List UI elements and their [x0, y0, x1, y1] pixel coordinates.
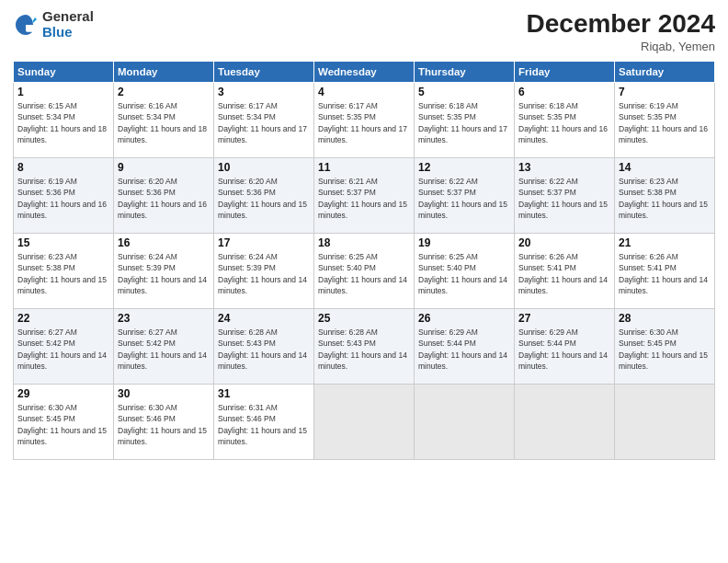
col-wednesday: Wednesday	[314, 62, 415, 83]
day-number: 8	[17, 161, 109, 174]
day-info: Sunrise: 6:29 AMSunset: 5:44 PMDaylight:…	[418, 327, 507, 371]
day-number: 30	[118, 387, 210, 400]
day-info: Sunrise: 6:18 AMSunset: 5:35 PMDaylight:…	[418, 101, 507, 144]
table-row: 14Sunrise: 6:23 AMSunset: 5:38 PMDayligh…	[615, 158, 715, 234]
day-number: 23	[118, 312, 210, 325]
table-row: 9Sunrise: 6:20 AMSunset: 5:36 PMDaylight…	[114, 158, 214, 234]
day-number: 14	[619, 161, 711, 174]
day-info: Sunrise: 6:28 AMSunset: 5:43 PMDaylight:…	[318, 327, 407, 371]
table-row	[515, 385, 615, 460]
table-row: 31Sunrise: 6:31 AMSunset: 5:46 PMDayligh…	[214, 385, 314, 460]
day-info: Sunrise: 6:22 AMSunset: 5:37 PMDaylight:…	[418, 177, 507, 220]
day-info: Sunrise: 6:22 AMSunset: 5:37 PMDaylight:…	[518, 177, 608, 220]
table-row: 8Sunrise: 6:19 AMSunset: 5:36 PMDaylight…	[14, 158, 114, 234]
day-number: 9	[118, 161, 210, 174]
day-number: 3	[218, 86, 310, 98]
table-row: 21Sunrise: 6:26 AMSunset: 5:41 PMDayligh…	[615, 234, 715, 309]
table-row: 10Sunrise: 6:20 AMSunset: 5:36 PMDayligh…	[214, 158, 314, 234]
col-tuesday: Tuesday	[214, 62, 314, 83]
calendar-week-3: 15Sunrise: 6:23 AMSunset: 5:38 PMDayligh…	[14, 234, 715, 309]
title-block: December 2024 Riqab, Yemen	[527, 9, 715, 53]
day-info: Sunrise: 6:19 AMSunset: 5:36 PMDaylight:…	[17, 177, 107, 220]
day-number: 2	[118, 86, 210, 98]
day-info: Sunrise: 6:19 AMSunset: 5:35 PMDaylight:…	[619, 101, 708, 144]
table-row: 16Sunrise: 6:24 AMSunset: 5:39 PMDayligh…	[114, 234, 214, 309]
day-info: Sunrise: 6:30 AMSunset: 5:45 PMDaylight:…	[619, 327, 708, 371]
logo-icon	[13, 12, 39, 38]
day-info: Sunrise: 6:24 AMSunset: 5:39 PMDaylight:…	[118, 252, 207, 295]
col-sunday: Sunday	[14, 62, 114, 83]
table-row: 20Sunrise: 6:26 AMSunset: 5:41 PMDayligh…	[515, 234, 615, 309]
table-row: 7Sunrise: 6:19 AMSunset: 5:35 PMDaylight…	[615, 83, 715, 158]
day-number: 13	[518, 161, 610, 174]
table-row: 29Sunrise: 6:30 AMSunset: 5:45 PMDayligh…	[14, 385, 114, 460]
day-info: Sunrise: 6:17 AMSunset: 5:35 PMDaylight:…	[318, 101, 407, 144]
col-monday: Monday	[114, 62, 214, 83]
day-info: Sunrise: 6:17 AMSunset: 5:34 PMDaylight:…	[218, 101, 307, 144]
day-number: 4	[318, 86, 410, 98]
day-info: Sunrise: 6:20 AMSunset: 5:36 PMDaylight:…	[118, 177, 207, 220]
day-number: 12	[418, 161, 510, 174]
day-info: Sunrise: 6:30 AMSunset: 5:45 PMDaylight:…	[17, 403, 107, 446]
calendar-week-4: 22Sunrise: 6:27 AMSunset: 5:42 PMDayligh…	[14, 309, 715, 385]
day-number: 5	[418, 86, 510, 98]
day-number: 1	[17, 86, 109, 98]
title-location: Riqab, Yemen	[527, 40, 715, 53]
day-number: 31	[218, 387, 310, 400]
day-info: Sunrise: 6:29 AMSunset: 5:44 PMDaylight:…	[518, 327, 608, 371]
table-row: 6Sunrise: 6:18 AMSunset: 5:35 PMDaylight…	[515, 83, 615, 158]
table-row: 1Sunrise: 6:15 AMSunset: 5:34 PMDaylight…	[14, 83, 114, 158]
day-info: Sunrise: 6:21 AMSunset: 5:37 PMDaylight:…	[318, 177, 407, 220]
day-number: 17	[218, 236, 310, 249]
day-info: Sunrise: 6:23 AMSunset: 5:38 PMDaylight:…	[17, 252, 107, 295]
table-row: 22Sunrise: 6:27 AMSunset: 5:42 PMDayligh…	[14, 309, 114, 385]
day-number: 21	[619, 236, 711, 249]
day-info: Sunrise: 6:16 AMSunset: 5:34 PMDaylight:…	[118, 101, 207, 144]
calendar-week-2: 8Sunrise: 6:19 AMSunset: 5:36 PMDaylight…	[14, 158, 715, 234]
table-row: 25Sunrise: 6:28 AMSunset: 5:43 PMDayligh…	[314, 309, 415, 385]
logo-text: General Blue	[42, 9, 94, 40]
day-info: Sunrise: 6:27 AMSunset: 5:42 PMDaylight:…	[118, 327, 207, 371]
table-row: 3Sunrise: 6:17 AMSunset: 5:34 PMDaylight…	[214, 83, 314, 158]
table-row: 11Sunrise: 6:21 AMSunset: 5:37 PMDayligh…	[314, 158, 415, 234]
day-number: 24	[218, 312, 310, 325]
day-info: Sunrise: 6:23 AMSunset: 5:38 PMDaylight:…	[619, 177, 708, 220]
day-number: 16	[118, 236, 210, 249]
table-row: 28Sunrise: 6:30 AMSunset: 5:45 PMDayligh…	[615, 309, 715, 385]
day-info: Sunrise: 6:15 AMSunset: 5:34 PMDaylight:…	[17, 101, 107, 144]
table-row: 26Sunrise: 6:29 AMSunset: 5:44 PMDayligh…	[415, 309, 515, 385]
table-row: 17Sunrise: 6:24 AMSunset: 5:39 PMDayligh…	[214, 234, 314, 309]
table-row: 27Sunrise: 6:29 AMSunset: 5:44 PMDayligh…	[515, 309, 615, 385]
table-row	[314, 385, 415, 460]
day-number: 27	[518, 312, 610, 325]
day-info: Sunrise: 6:26 AMSunset: 5:41 PMDaylight:…	[518, 252, 608, 295]
table-row: 19Sunrise: 6:25 AMSunset: 5:40 PMDayligh…	[415, 234, 515, 309]
day-info: Sunrise: 6:25 AMSunset: 5:40 PMDaylight:…	[318, 252, 407, 295]
header: General Blue December 2024 Riqab, Yemen	[13, 9, 715, 53]
col-friday: Friday	[515, 62, 615, 83]
page: General Blue December 2024 Riqab, Yemen …	[0, 0, 728, 563]
day-info: Sunrise: 6:27 AMSunset: 5:42 PMDaylight:…	[17, 327, 107, 371]
table-row	[415, 385, 515, 460]
table-row	[615, 385, 715, 460]
table-row: 2Sunrise: 6:16 AMSunset: 5:34 PMDaylight…	[114, 83, 214, 158]
table-row: 30Sunrise: 6:30 AMSunset: 5:46 PMDayligh…	[114, 385, 214, 460]
table-row: 13Sunrise: 6:22 AMSunset: 5:37 PMDayligh…	[515, 158, 615, 234]
day-info: Sunrise: 6:26 AMSunset: 5:41 PMDaylight:…	[619, 252, 708, 295]
day-info: Sunrise: 6:31 AMSunset: 5:46 PMDaylight:…	[218, 403, 307, 446]
table-row: 4Sunrise: 6:17 AMSunset: 5:35 PMDaylight…	[314, 83, 415, 158]
calendar-week-1: 1Sunrise: 6:15 AMSunset: 5:34 PMDaylight…	[14, 83, 715, 158]
table-row: 23Sunrise: 6:27 AMSunset: 5:42 PMDayligh…	[114, 309, 214, 385]
logo-general: General	[42, 9, 94, 25]
table-row: 24Sunrise: 6:28 AMSunset: 5:43 PMDayligh…	[214, 309, 314, 385]
day-number: 7	[619, 86, 711, 98]
day-info: Sunrise: 6:18 AMSunset: 5:35 PMDaylight:…	[518, 101, 608, 144]
calendar-header-row: Sunday Monday Tuesday Wednesday Thursday…	[14, 62, 715, 83]
logo: General Blue	[13, 9, 94, 40]
day-number: 22	[17, 312, 109, 325]
logo-blue: Blue	[42, 25, 94, 40]
day-number: 29	[17, 387, 109, 400]
day-number: 11	[318, 161, 410, 174]
day-number: 15	[17, 236, 109, 249]
day-info: Sunrise: 6:30 AMSunset: 5:46 PMDaylight:…	[118, 403, 207, 446]
